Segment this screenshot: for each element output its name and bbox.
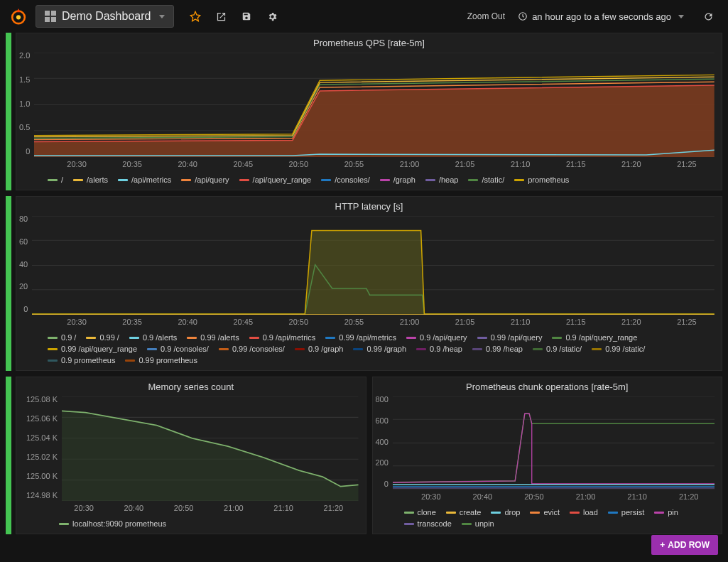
save-icon[interactable] <box>235 5 258 28</box>
legend-label: 0.99 /api/query <box>491 333 543 342</box>
legend: localhost:9090 prometheus <box>16 515 366 534</box>
time-range-label: an hour ago to a few seconds ago <box>532 11 671 22</box>
panel-chunk[interactable]: Prometheus chunk operations [rate-5m] 80… <box>372 377 723 534</box>
legend-label: 0.9 /api/query_range <box>565 333 637 342</box>
legend-label: 0.99 prometheus <box>138 356 197 364</box>
legend-label: 0.9 /heap <box>430 345 462 353</box>
zoom-out-button[interactable]: Zoom Out <box>467 11 505 21</box>
legend-item[interactable]: 0.9 / <box>48 333 76 342</box>
tick-label: 1.5 <box>19 75 30 84</box>
plot-area[interactable] <box>62 396 359 501</box>
legend-label: load <box>583 508 598 517</box>
legend-item[interactable]: /static/ <box>468 175 504 184</box>
legend-item[interactable]: 0.9 /heap <box>416 345 462 353</box>
legend-item[interactable]: 0.9 /alerts <box>129 333 177 342</box>
legend-label: 0.99 /consoles/ <box>232 345 285 353</box>
legend-item[interactable]: localhost:9090 prometheus <box>59 519 166 528</box>
legend-item[interactable]: 0.99 /api/query <box>477 333 543 342</box>
tick-label: 21:10 <box>493 318 548 326</box>
tick-label: 800 <box>376 395 389 404</box>
tick-label: 20:45 <box>215 160 271 168</box>
x-axis: 20:3020:3520:4020:4520:5020:5521:0021:05… <box>49 157 722 171</box>
legend-item[interactable]: /heap <box>425 175 459 184</box>
legend-item[interactable]: /api/metrics <box>118 175 171 184</box>
plot-area[interactable] <box>34 53 715 157</box>
legend-item[interactable]: /api/query <box>181 175 229 184</box>
legend-item[interactable]: 0.99 prometheus <box>125 356 197 364</box>
settings-icon[interactable] <box>261 5 283 28</box>
legend-item[interactable]: 0.99 /alerts <box>187 333 239 342</box>
legend-item[interactable]: drop <box>491 508 520 517</box>
panel-qps[interactable]: Prometheus QPS [rate-5m] 2.01.51.00.50 <box>16 33 722 190</box>
legend-swatch <box>468 179 478 181</box>
legend-item[interactable]: persist <box>608 508 644 517</box>
legend-label: persist <box>621 508 644 517</box>
legend-label: /api/query <box>195 175 229 184</box>
tick-label: 0 <box>23 305 28 313</box>
legend-item[interactable]: prometheus <box>514 175 569 184</box>
tick-label: 21:05 <box>438 160 493 168</box>
legend-item[interactable]: 0.9 /consoles/ <box>147 345 209 353</box>
legend-item[interactable]: 0.99 /api/metrics <box>325 333 396 342</box>
legend-label: 0.9 /api/metrics <box>263 333 316 342</box>
star-icon[interactable] <box>184 5 207 28</box>
legend-label: /consoles/ <box>335 175 370 184</box>
dashboard-picker-button[interactable]: Demo Dashboard <box>36 5 174 28</box>
legend-label: 0.99 /api/query_range <box>61 345 137 353</box>
legend-swatch <box>552 337 562 339</box>
refresh-icon[interactable] <box>697 5 719 28</box>
legend-item[interactable]: 0.9 /api/query <box>406 333 467 342</box>
legend-item[interactable]: 0.99 /static/ <box>592 345 645 353</box>
grafana-logo[interactable] <box>9 6 28 26</box>
time-range-picker[interactable]: an hour ago to a few seconds ago <box>518 11 684 22</box>
x-axis: 20:3020:4020:5021:0021:1021:20 <box>59 501 366 515</box>
tick-label: 21:25 <box>659 318 715 326</box>
plot-area[interactable] <box>32 216 715 315</box>
legend: //alerts/api/metrics/api/query/api/query… <box>16 171 722 190</box>
panel-memory[interactable]: Memory series count 125.08 K125.06 K125.… <box>16 377 366 534</box>
legend: 0.9 /0.99 /0.9 /alerts0.99 /alerts0.9 /a… <box>16 329 722 370</box>
legend-item[interactable]: 0.9 /static/ <box>533 345 582 353</box>
legend-item[interactable]: 0.99 /consoles/ <box>219 345 285 353</box>
panel-latency[interactable]: HTTP latency [s] 806040200 <box>16 196 722 371</box>
legend-swatch <box>73 179 83 181</box>
panel-title: HTTP latency [s] <box>16 197 722 213</box>
legend-item[interactable]: 0.9 /api/metrics <box>249 333 316 342</box>
legend-swatch <box>321 179 331 181</box>
chevron-down-icon <box>678 15 684 18</box>
legend-item[interactable]: 0.99 / <box>86 333 119 342</box>
legend-item[interactable]: / <box>48 175 63 184</box>
legend-item[interactable]: 0.9 /graph <box>295 345 344 353</box>
legend-item[interactable]: load <box>570 508 598 517</box>
legend-item[interactable]: /alerts <box>73 175 108 184</box>
legend-item[interactable]: 0.99 /graph <box>353 345 406 353</box>
legend-label: 0.9 /static/ <box>546 345 582 353</box>
legend-item[interactable]: /api/query_range <box>239 175 312 184</box>
dashboard-title: Demo Dashboard <box>62 10 151 23</box>
tick-label: 80 <box>19 215 28 223</box>
legend-item[interactable]: unpin <box>462 519 494 528</box>
legend-label: localhost:9090 prometheus <box>72 519 166 528</box>
legend-item[interactable]: transcode <box>404 519 452 528</box>
legend-item[interactable]: /graph <box>380 175 415 184</box>
legend-item[interactable]: evict <box>530 508 560 517</box>
legend-item[interactable]: 0.99 /heap <box>472 345 523 353</box>
legend-item[interactable]: 0.9 prometheus <box>48 356 115 364</box>
tick-label: 200 <box>376 458 389 467</box>
row-handle[interactable] <box>6 377 11 534</box>
row-handle[interactable] <box>6 33 11 190</box>
legend-item[interactable]: 0.99 /api/query_range <box>48 345 137 353</box>
y-axis: 806040200 <box>16 213 32 315</box>
legend-item[interactable]: pin <box>654 508 678 517</box>
row-handle[interactable] <box>6 196 11 371</box>
legend-item[interactable]: 0.9 /api/query_range <box>552 333 637 342</box>
share-icon[interactable] <box>210 5 232 28</box>
legend-item[interactable]: /consoles/ <box>321 175 370 184</box>
add-row-button[interactable]: + ADD ROW <box>651 535 718 555</box>
legend-label: 0.9 /consoles/ <box>161 345 209 353</box>
legend-label: unpin <box>475 519 494 528</box>
plot-area[interactable] <box>393 396 715 490</box>
legend-swatch <box>472 348 482 350</box>
legend-item[interactable]: create <box>446 508 482 517</box>
legend-item[interactable]: clone <box>404 508 436 517</box>
